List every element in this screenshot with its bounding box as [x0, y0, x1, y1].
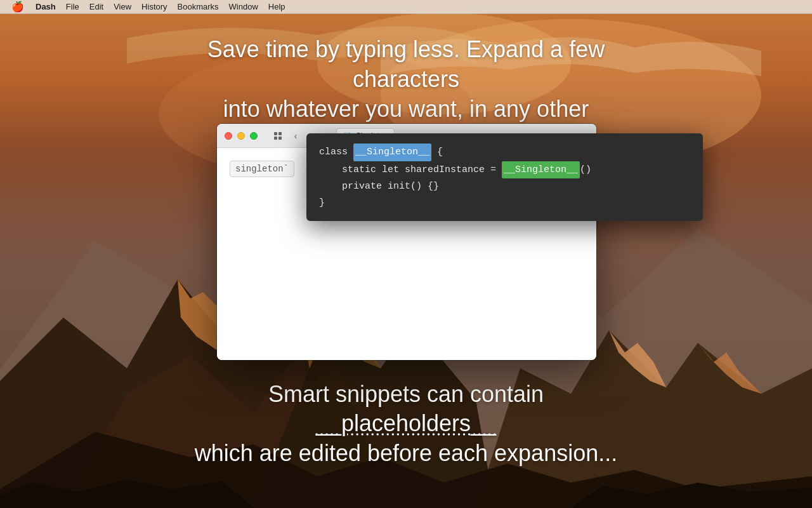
headline-line1: Save time by typing less. Expand a few c… [184, 35, 628, 95]
code-line-4: } [319, 195, 690, 211]
menubar: 🍎 Dash File Edit View History Bookmarks … [0, 0, 812, 14]
code-class-keyword: class [319, 144, 353, 161]
code-static-let: static let sharedInstance = [319, 162, 502, 178]
subheadline-text: Smart snippets can contain __placeholder… [184, 380, 628, 469]
code-private-init: private init() {} [319, 178, 439, 195]
code-line-1: class __Singleton__ { [319, 144, 690, 161]
chevron-left-icon: ‹ [294, 131, 298, 141]
menubar-view[interactable]: View [108, 0, 136, 14]
grid-icon [274, 132, 282, 140]
snippet-abbreviation[interactable]: singleton` [230, 161, 294, 177]
apple-icon: 🍎 [11, 1, 24, 13]
menubar-app[interactable]: Dash [30, 0, 61, 14]
grid-view-button[interactable] [270, 128, 285, 144]
code-popup: class __Singleton__ { static let sharedI… [306, 133, 703, 221]
code-line-3: private init() {} [319, 178, 690, 195]
window-minimize-button[interactable] [237, 132, 245, 140]
menubar-bookmarks[interactable]: Bookmarks [173, 0, 224, 14]
code-line-2: static let sharedInstance = __Singleton_… [319, 161, 690, 179]
menubar-edit[interactable]: Edit [84, 0, 108, 14]
menubar-file[interactable]: File [61, 0, 84, 14]
menubar-help[interactable]: Help [263, 0, 291, 14]
subheadline-line2: which are edited before each expansion..… [184, 439, 628, 469]
code-constructor-call: () [580, 162, 591, 178]
back-button[interactable]: ‹ [288, 128, 303, 144]
code-singleton-highlight-2: __Singleton__ [502, 161, 580, 179]
code-brace-close: } [319, 195, 325, 211]
window-close-button[interactable] [225, 132, 232, 140]
apple-menu[interactable]: 🍎 [5, 0, 30, 14]
menubar-window[interactable]: Window [224, 0, 263, 14]
placeholder-example: __placeholders__ [316, 410, 496, 436]
code-singleton-highlight-1: __Singleton__ [353, 144, 431, 161]
window-maximize-button[interactable] [250, 132, 258, 140]
menubar-history[interactable]: History [136, 0, 172, 14]
code-brace-open: { [431, 144, 443, 161]
subheadline-line1: Smart snippets can contain __placeholder… [184, 380, 628, 439]
